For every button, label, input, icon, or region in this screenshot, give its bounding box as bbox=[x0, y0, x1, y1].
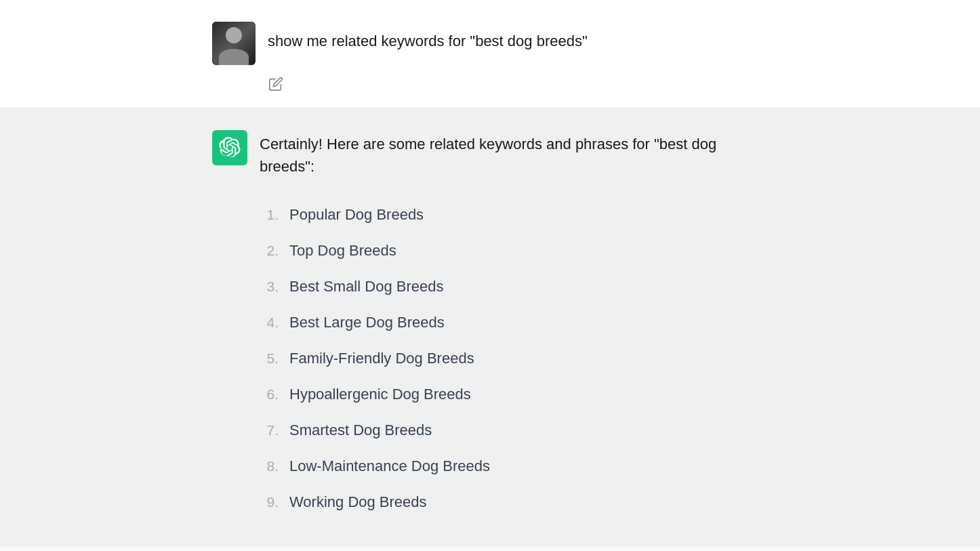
user-message-section: show me related keywords for "best dog b… bbox=[0, 0, 980, 108]
keywords-list: 1.Popular Dog Breeds2.Top Dog Breeds3.Be… bbox=[260, 197, 768, 520]
edit-icon[interactable] bbox=[268, 76, 284, 92]
assistant-avatar bbox=[212, 130, 247, 165]
keyword-text: Best Large Dog Breeds bbox=[289, 311, 445, 333]
edit-icon-row bbox=[268, 76, 768, 94]
keyword-text: Best Small Dog Breeds bbox=[289, 275, 443, 298]
keyword-text: Working Dog Breeds bbox=[289, 491, 427, 513]
keyword-number: 9. bbox=[260, 491, 279, 513]
keyword-number: 1. bbox=[260, 204, 279, 226]
user-avatar-image bbox=[212, 22, 256, 65]
keyword-number: 4. bbox=[260, 312, 279, 333]
keyword-item: 2.Top Dog Breeds bbox=[260, 232, 768, 268]
keyword-text: Hypoallergenic Dog Breeds bbox=[289, 383, 471, 405]
keyword-text: Top Dog Breeds bbox=[289, 239, 396, 262]
keyword-number: 3. bbox=[260, 276, 279, 298]
keyword-number: 6. bbox=[260, 384, 279, 405]
assistant-content: Certainly! Here are some related keyword… bbox=[260, 130, 768, 520]
user-avatar bbox=[212, 22, 256, 65]
keyword-item: 4.Best Large Dog Breeds bbox=[260, 304, 768, 340]
keyword-text: Family-Friendly Dog Breeds bbox=[289, 347, 474, 369]
keyword-number: 2. bbox=[260, 240, 279, 262]
user-message-row: show me related keywords for "best dog b… bbox=[212, 22, 768, 65]
assistant-intro-text: Certainly! Here are some related keyword… bbox=[260, 133, 768, 178]
keyword-text: Low-Maintenance Dog Breeds bbox=[289, 455, 490, 477]
keyword-number: 8. bbox=[260, 455, 279, 477]
chatgpt-logo-icon bbox=[219, 137, 241, 159]
keyword-item: 9.Working Dog Breeds bbox=[260, 484, 768, 520]
keyword-item: 3.Best Small Dog Breeds bbox=[260, 268, 768, 304]
assistant-message-row: Certainly! Here are some related keyword… bbox=[212, 130, 768, 520]
keyword-item: 5.Family-Friendly Dog Breeds bbox=[260, 340, 768, 376]
assistant-message-section: Certainly! Here are some related keyword… bbox=[0, 108, 980, 547]
keyword-number: 7. bbox=[260, 420, 279, 441]
keyword-text: Smartest Dog Breeds bbox=[289, 419, 432, 441]
keyword-text: Popular Dog Breeds bbox=[289, 203, 424, 226]
keyword-item: 8.Low-Maintenance Dog Breeds bbox=[260, 448, 768, 484]
keyword-number: 5. bbox=[260, 348, 279, 369]
keyword-item: 1.Popular Dog Breeds bbox=[260, 197, 768, 232]
keyword-item: 6.Hypoallergenic Dog Breeds bbox=[260, 376, 768, 412]
keyword-item: 7.Smartest Dog Breeds bbox=[260, 412, 768, 448]
user-message-text: show me related keywords for "best dog b… bbox=[268, 22, 768, 52]
